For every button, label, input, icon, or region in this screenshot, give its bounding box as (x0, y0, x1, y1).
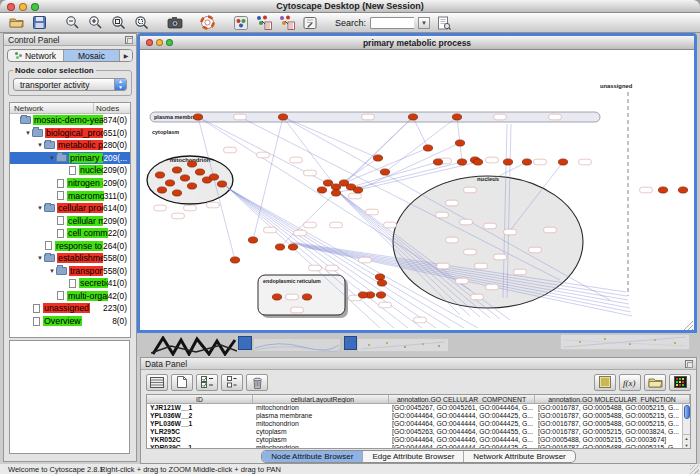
tree-header-nodes[interactable]: Nodes (94, 103, 130, 113)
new-attribute-icon[interactable] (171, 374, 193, 391)
tab-network[interactable]: Network (8, 50, 64, 61)
table-column-header[interactable]: annotation.GO CELLULAR_COMPONENT (389, 395, 535, 403)
tree-header-network[interactable]: Network (10, 103, 94, 113)
network-node[interactable] (172, 167, 181, 173)
network-node[interactable] (358, 292, 367, 298)
expand-arrow-icon[interactable]: ▼ (36, 205, 44, 211)
tree-row[interactable]: ▼metabolic process280(0) (10, 139, 130, 152)
import-attributes-icon[interactable] (644, 374, 666, 391)
network-node[interactable] (503, 159, 512, 165)
tab-overflow-icon[interactable]: ▶ (120, 50, 132, 61)
expand-arrow-icon[interactable]: ▼ (24, 130, 32, 136)
table-row[interactable]: YPL036W__2plasma membrane[GO:0044464, GO… (147, 412, 690, 420)
network-node[interactable] (317, 187, 326, 193)
scroll-up-icon[interactable]: ▲ (683, 435, 690, 442)
annotation-icon[interactable] (300, 14, 319, 31)
expand-arrow-icon[interactable]: ▼ (36, 142, 44, 148)
import-attribute-table-icon[interactable] (277, 14, 296, 31)
tree-row[interactable]: Overview8(0) (10, 315, 130, 328)
minimize-window-icon[interactable] (19, 3, 27, 11)
network-node[interactable] (323, 180, 332, 186)
table-row[interactable]: YPL036W__1mitochondrion[GO:0044464, GO:0… (147, 420, 690, 428)
attribute-list-icon[interactable] (594, 374, 616, 391)
tree-row[interactable]: unassigned223(0) (10, 302, 130, 315)
select-attributes-icon[interactable] (196, 374, 218, 391)
network-node[interactable] (248, 237, 257, 243)
table-row[interactable]: YDR039C__1mitochondrion[GO:0044464, GO:0… (147, 444, 690, 449)
tab-network-attribute-browser[interactable]: Network Attribute Browser (464, 451, 574, 462)
network-node[interactable] (230, 257, 239, 263)
resize-grip[interactable] (690, 465, 699, 474)
network-edge[interactable] (283, 117, 378, 158)
search-options-icon[interactable] (434, 14, 453, 31)
network-node[interactable] (217, 181, 226, 187)
canvas-resize-grip[interactable] (691, 329, 693, 330)
network-node[interactable] (195, 169, 204, 175)
network-node[interactable] (172, 190, 181, 196)
search-dropdown-icon[interactable]: ▼ (418, 17, 430, 29)
network-node[interactable] (193, 114, 202, 120)
birds-eye-view[interactable] (9, 340, 130, 454)
tree-row[interactable]: multi-organism pro42(0) (10, 290, 130, 303)
network-node[interactable] (658, 187, 667, 193)
network-node[interactable] (165, 180, 174, 186)
expand-arrow-icon[interactable]: ▼ (48, 155, 56, 161)
table-row[interactable]: YLR295Ccytoplasm[GO:0045263, GO:0044464,… (147, 428, 690, 436)
network-node[interactable] (376, 292, 385, 298)
network-graph[interactable]: plasma membranecytoplasmmitochondrionnuc… (140, 50, 694, 330)
network-node[interactable] (433, 159, 442, 165)
view-close-icon[interactable] (146, 39, 153, 46)
float-data-panel-icon[interactable] (685, 360, 693, 368)
scrollbar-thumb[interactable] (684, 405, 690, 419)
tree-header[interactable]: Network Nodes (10, 103, 130, 114)
network-node[interactable] (209, 174, 218, 180)
table-row[interactable]: YKR052Ccytoplasm[GO:0044464, GO:0044446,… (147, 436, 690, 444)
network-node[interactable] (155, 172, 164, 178)
zoom-fit-icon[interactable] (109, 14, 128, 31)
tab-mosaic[interactable]: Mosaic (64, 50, 120, 61)
network-node[interactable] (353, 187, 362, 193)
network-canvas[interactable]: plasma membranecytoplasmmitochondrionnuc… (140, 50, 694, 330)
network-view-titlebar[interactable]: primary metabolic process (140, 36, 694, 50)
vizmapper-icon[interactable] (231, 14, 250, 31)
tree-row[interactable]: ▼biological_process651(0) (10, 127, 130, 140)
float-panel-icon[interactable] (125, 36, 133, 44)
network-node[interactable] (180, 175, 189, 181)
network-node[interactable] (157, 187, 166, 193)
table-column-header[interactable]: _cellularLayoutRegion (253, 395, 389, 403)
network-node[interactable] (452, 114, 461, 120)
tree-row[interactable]: ▼primary metabo209(... (10, 152, 130, 165)
snapshot-camera-icon[interactable] (165, 14, 184, 31)
tree-row[interactable]: cellular metabo209(0) (10, 214, 130, 227)
network-node[interactable] (457, 159, 466, 165)
network-node[interactable] (423, 145, 432, 151)
maximize-window-icon[interactable] (31, 3, 39, 11)
network-node[interactable] (455, 140, 464, 146)
scroll-down-icon[interactable]: ▼ (683, 442, 690, 449)
network-node[interactable] (678, 187, 687, 193)
tab-node-attribute-browser[interactable]: Node Attribute Browser (262, 451, 363, 462)
import-network-table-icon[interactable] (254, 14, 273, 31)
tab-edge-attribute-browser[interactable]: Edge Attribute Browser (363, 451, 464, 462)
tree-row[interactable]: mosaic-demo-yeast874(0) (10, 114, 130, 127)
tree-row[interactable]: ▼cellular process614(0) (10, 202, 130, 215)
window-titlebar[interactable]: Cytoscape Desktop (New Session) (0, 0, 700, 13)
tree-row[interactable]: ▼establishment of lo558(0) (10, 252, 130, 265)
zoom-in-icon[interactable] (86, 14, 105, 31)
help-lifesaver-icon[interactable] (198, 14, 217, 31)
zoom-selected-icon[interactable] (132, 14, 151, 31)
save-session-icon[interactable] (30, 14, 49, 31)
network-node[interactable] (275, 244, 284, 250)
network-node[interactable] (278, 114, 287, 120)
tree-row[interactable]: cell communicat22(0) (10, 227, 130, 240)
close-window-icon[interactable] (7, 3, 15, 11)
unselect-attributes-icon[interactable] (221, 374, 243, 391)
tree-row[interactable]: ▼transport558(0) (10, 265, 130, 278)
open-session-icon[interactable] (7, 14, 26, 31)
network-node[interactable] (331, 184, 340, 190)
network-node[interactable] (187, 161, 196, 167)
tree-row[interactable]: nucleobase-209(0) (10, 164, 130, 177)
network-node[interactable] (558, 159, 567, 165)
network-node[interactable] (373, 155, 382, 161)
node-color-combobox[interactable]: transporter activity ▲▼ (13, 78, 127, 91)
